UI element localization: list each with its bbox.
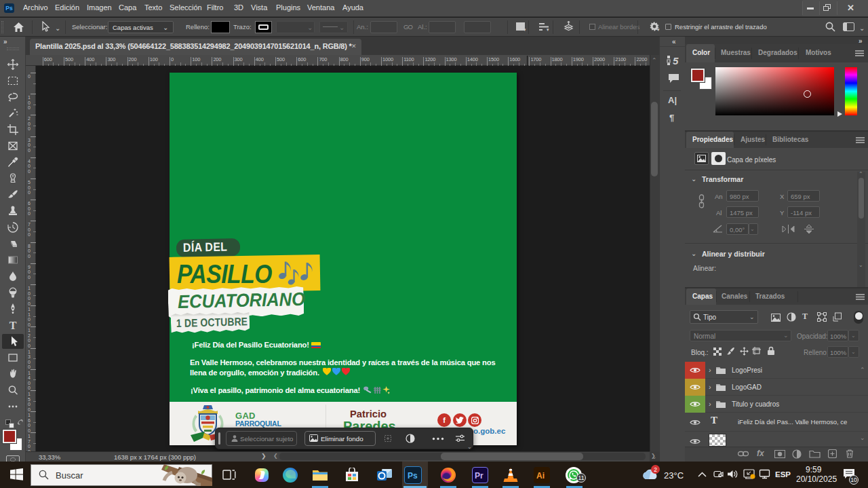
svg-text:T: T — [9, 320, 17, 331]
svg-text:5: 5 — [673, 55, 679, 67]
